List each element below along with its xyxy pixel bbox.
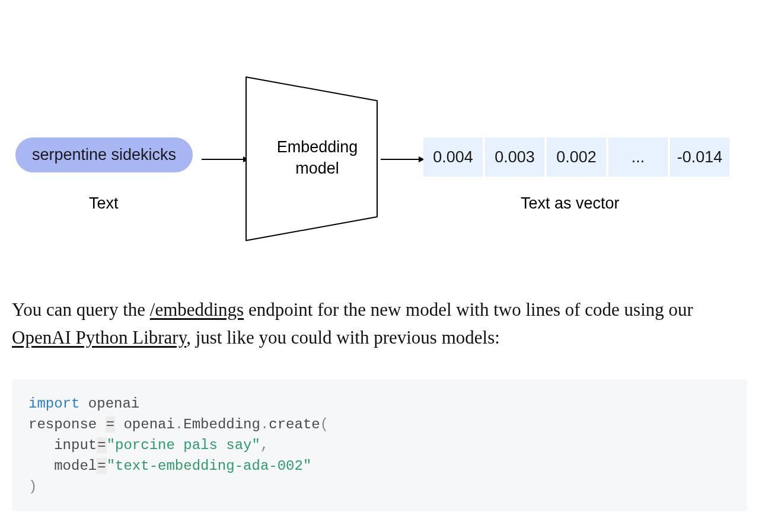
code-string: "text-embedding-ada-002"	[107, 458, 312, 474]
code-text: openai	[115, 416, 175, 432]
model-label-line2: model	[295, 159, 339, 177]
embedding-diagram: serpentine sidekicks Text Embedding mode…	[12, 59, 747, 249]
para-text: You can query the	[12, 299, 150, 320]
code-punct: (	[320, 416, 329, 432]
vector-cell: 0.004	[423, 137, 483, 177]
input-text-pill: serpentine sidekicks	[15, 137, 193, 172]
code-text: create	[269, 416, 320, 432]
code-indent	[28, 437, 54, 453]
code-punct: )	[28, 479, 37, 495]
code-string: "porcine pals say"	[107, 437, 260, 453]
para-text: endpoint for the new model with two line…	[244, 299, 693, 320]
code-operator: =	[97, 437, 106, 453]
code-indent	[28, 458, 54, 474]
input-label: Text	[89, 194, 119, 213]
code-text: Embedding	[183, 416, 260, 432]
arrow-icon	[381, 155, 425, 156]
vector-cell: 0.002	[547, 137, 606, 177]
description-paragraph: You can query the /embeddings endpoint f…	[12, 296, 747, 351]
embeddings-endpoint-link[interactable]: /embeddings	[150, 299, 244, 320]
code-punct: ,	[260, 437, 269, 453]
model-label: Embedding model	[252, 136, 382, 180]
code-text: model	[54, 458, 97, 474]
code-operator: =	[97, 458, 106, 474]
code-keyword: import	[28, 396, 79, 412]
code-text: input	[54, 437, 97, 453]
code-punct: .	[175, 416, 183, 432]
vector-cell: 0.003	[485, 137, 544, 177]
vector-output: 0.004 0.003 0.002 ... -0.014	[423, 137, 729, 177]
code-example: import openai response = openai.Embeddin…	[12, 379, 747, 511]
vector-cell-ellipsis: ...	[608, 137, 668, 177]
python-library-link[interactable]: OpenAI Python Library	[12, 327, 186, 348]
code-punct: .	[260, 416, 269, 432]
arrow-icon	[202, 155, 249, 156]
para-text: , just like you could with previous mode…	[186, 327, 500, 348]
code-text: response	[28, 416, 106, 432]
vector-label: Text as vector	[521, 194, 620, 213]
vector-cell: -0.014	[670, 137, 729, 177]
code-operator: =	[106, 416, 115, 432]
code-text: openai	[79, 396, 139, 412]
model-label-line1: Embedding	[277, 138, 358, 156]
